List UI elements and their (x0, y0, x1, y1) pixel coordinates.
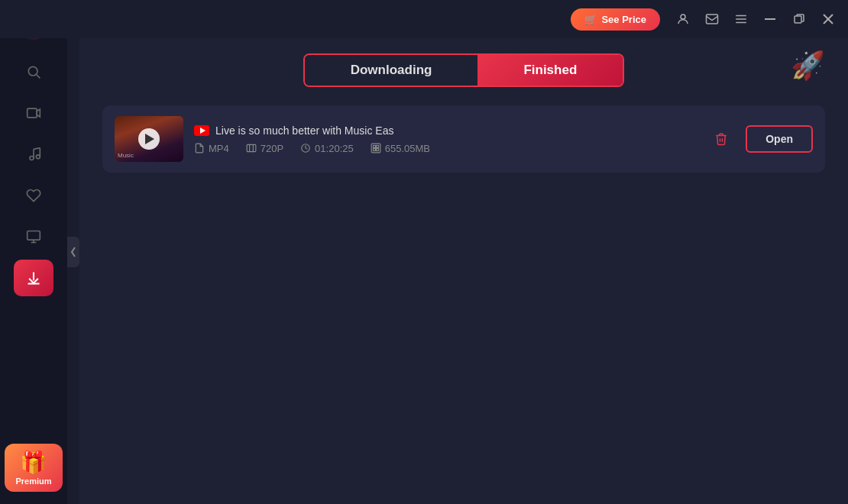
menu-icon[interactable] (730, 8, 752, 30)
item-title: Live is so much better with Music Eas (215, 124, 393, 137)
see-price-label: See Price (601, 14, 646, 25)
item-title-row: Live is so much better with Music Eas (194, 124, 697, 137)
delete-button[interactable] (707, 125, 735, 153)
video-thumbnail: Music (115, 116, 183, 162)
window-controls (672, 8, 839, 30)
restore-button[interactable] (788, 8, 810, 30)
main-content: Downloading Finished 🚀 Music Li (79, 38, 848, 504)
item-info: Live is so much better with Music Eas MP… (194, 124, 697, 154)
meta-format: MP4 (194, 143, 229, 154)
svg-line-20 (34, 148, 40, 150)
sidebar-item-video[interactable] (14, 95, 53, 131)
user-icon[interactable] (672, 8, 694, 30)
rocket-icon: 🚀 (791, 50, 825, 82)
sidebar: 🎁 Premium (0, 0, 67, 504)
format-value: MP4 (209, 143, 229, 154)
mail-icon[interactable] (701, 8, 723, 30)
svg-rect-30 (373, 146, 375, 148)
svg-marker-15 (37, 109, 40, 117)
svg-point-12 (28, 66, 37, 76)
open-button[interactable]: Open (746, 125, 813, 153)
tab-finished[interactable]: Finished (477, 55, 623, 86)
meta-duration: 01:20:25 (300, 143, 354, 154)
resolution-value: 720P (261, 143, 283, 154)
sidebar-item-search[interactable] (14, 53, 53, 90)
sidebar-bottom: 🎁 Premium (5, 444, 62, 504)
sidebar-item-recordings[interactable] (14, 218, 53, 255)
sidebar-item-music[interactable] (14, 136, 53, 173)
sidebar-collapse-tab[interactable] (67, 237, 79, 267)
download-item: Music Live is so much better with Music … (102, 105, 825, 173)
tab-downloading[interactable]: Downloading (305, 55, 478, 86)
minimize-button[interactable] (759, 8, 781, 30)
cart-icon: 🛒 (584, 14, 597, 25)
thumbnail-label: Music (118, 152, 134, 159)
filesize-value: 655.05MB (385, 143, 430, 154)
youtube-icon (194, 125, 209, 136)
meta-resolution: 720P (246, 143, 283, 154)
item-actions: Open (707, 125, 813, 153)
svg-line-13 (37, 75, 40, 79)
gift-icon: 🎁 (15, 450, 51, 475)
svg-rect-32 (373, 149, 375, 151)
tabs-wrapper: Downloading Finished (303, 53, 625, 87)
meta-filesize: 655.05MB (371, 143, 430, 154)
duration-value: 01:20:25 (315, 143, 354, 154)
svg-rect-14 (28, 108, 37, 118)
premium-banner[interactable]: 🎁 Premium (5, 444, 62, 492)
item-meta: MP4 720P 01:20:25 (194, 143, 697, 154)
sidebar-item-favorites[interactable] (14, 177, 53, 214)
premium-label: Premium (15, 477, 51, 486)
sidebar-item-download[interactable] (14, 260, 53, 296)
sidebar-navigation (14, 53, 53, 444)
play-triangle-icon (145, 134, 154, 144)
svg-rect-1 (707, 15, 718, 24)
svg-point-0 (681, 15, 685, 19)
title-bar: 🛒 See Price (0, 0, 848, 38)
tabs-container: Downloading Finished 🚀 (102, 53, 825, 87)
svg-rect-31 (376, 146, 378, 148)
play-button-overlay (138, 128, 160, 150)
svg-rect-6 (795, 16, 801, 23)
svg-rect-27 (247, 144, 256, 151)
see-price-button[interactable]: 🛒 See Price (571, 8, 660, 31)
svg-rect-33 (376, 149, 378, 151)
close-button[interactable] (817, 8, 839, 30)
svg-rect-21 (28, 231, 40, 241)
